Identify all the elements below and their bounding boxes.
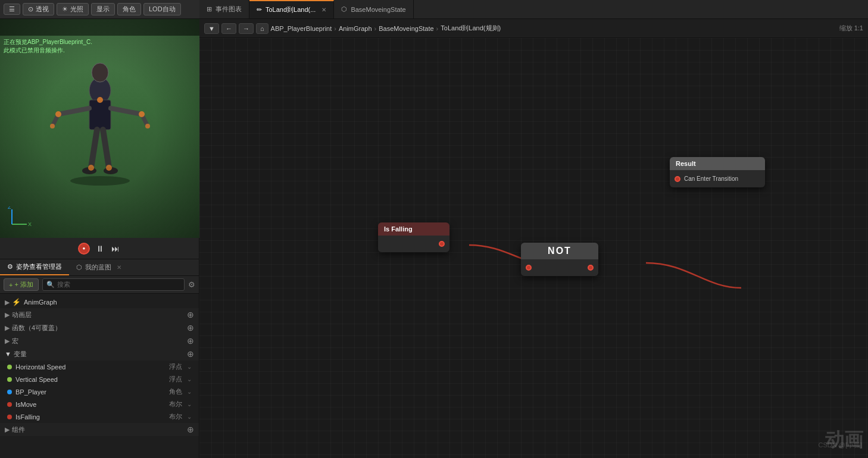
var-ismove[interactable]: IsMove 布尔 ⌄ [0,398,199,410]
add-component[interactable]: ⊕ [187,425,194,434]
breadcrumb-options[interactable]: ▼ [204,23,219,34]
node-result-header: Result [670,157,765,170]
character-preview [46,43,154,192]
node-isfalling-body [378,236,449,252]
node-not[interactable]: NOT [521,243,598,276]
svg-point-15 [88,165,94,171]
result-input-pin[interactable] [675,176,680,182]
left-panel: 正在预览ABP_PlayerBlueprint_C. 此模式已禁用音频操作. X… [0,19,199,458]
add-macro[interactable]: ⊕ [187,336,194,346]
breadcrumb-sep-1: › [334,25,336,32]
top-toolbar: ☰ ⊙ 透视 ☀ 光照 显示 角色 LOD自动 [0,0,199,19]
node-isfalling[interactable]: Is Falling [378,222,449,252]
tab-toland-close[interactable]: ✕ [321,7,326,13]
breadcrumb-zoom: 缩放 1:1 [839,24,863,33]
svg-line-7 [91,130,97,168]
menu-icon: ☰ [9,5,15,13]
breadcrumb-sep-2: › [374,25,377,32]
search-icon: 🔍 [46,281,55,288]
var-expand: ⌄ [187,401,192,407]
node-isfalling-header: Is Falling [378,222,449,236]
preview-top-bar [0,19,199,36]
step-btn[interactable]: ⏭ [110,243,121,255]
breadcrumb-item-1[interactable]: ABP_PlayerBlueprint [271,25,332,32]
section-variables[interactable]: ▼ 变量 ⊕ [0,347,199,360]
breadcrumb-item-4[interactable]: ToLand到Land(规则) [441,24,501,33]
my-blueprint-tab[interactable]: ⬡ 我的蓝图 ✕ [69,260,129,275]
add-function[interactable]: ⊕ [187,323,194,332]
breadcrumb-back[interactable]: ← [221,23,236,34]
my-blueprint-close[interactable]: ✕ [117,264,121,271]
menu-btn[interactable]: ☰ [4,4,20,15]
tree-animgraph[interactable]: ▶ ⚡ AnimGraph [0,296,199,308]
result-pin-row: Can Enter Transition [670,173,765,184]
pause-btn[interactable]: ⏸ [95,243,105,255]
svg-line-4 [111,108,142,114]
main-canvas[interactable]: Is Falling NOT Result Can Enter Transit [199,38,868,458]
var-dot-ismove [7,402,12,407]
svg-point-16 [106,165,112,171]
lighting-icon: ☀ [62,5,68,13]
add-icon: + [9,281,13,288]
event-map-tab[interactable]: ⊞ 事件图表 [199,0,249,18]
isfalling-output-pin[interactable] [439,241,445,247]
node-result[interactable]: Result Can Enter Transition [670,157,765,187]
tree-area: ▶ ⚡ AnimGraph ▶ 动画层 ⊕ ▶ 函数（4可覆盖） ⊕ ▶ 宏 ⊕ [0,294,199,458]
lower-panel: ⚙ 姿势查看管理器 ⬡ 我的蓝图 ✕ + + 添加 🔍 搜索 ⚙ ▶ [0,259,199,458]
section-functions[interactable]: ▶ 函数（4可覆盖） ⊕ [0,321,199,334]
var-bp-player[interactable]: BP_Player 角色 ⌄ [0,385,199,398]
breadcrumb-item-3[interactable]: BaseMoveingState [379,25,433,32]
svg-point-14 [145,124,150,128]
tab-bar: ⊞ 事件图表 ✏ ToLand到Land(... ✕ ⬡ BaseMoveing… [199,0,868,19]
var-vertical-speed[interactable]: Vertical Speed 浮点 ⌄ [0,373,199,385]
var-expand: ⌄ [187,388,192,395]
not-input-pin[interactable] [526,265,532,271]
svg-line-8 [103,130,109,168]
add-button[interactable]: + + 添加 [4,278,39,291]
breadcrumb-bar: ▼ ← → ⌂ ABP_PlayerBlueprint › AnimGraph … [199,19,868,38]
svg-rect-2 [89,100,111,130]
svg-point-12 [139,111,145,117]
panel-tabs: ⚙ 姿势查看管理器 ⬡ 我的蓝图 ✕ [0,259,199,276]
node-not-header: NOT [521,243,598,259]
svg-point-17 [97,97,103,103]
breadcrumb-forward[interactable]: → [239,23,254,34]
record-btn[interactable]: ● [78,243,90,255]
animgraph-icon: ⚡ [12,298,21,306]
section-components[interactable]: ▶ 组件 ⊕ [0,423,199,436]
tab-basemoving[interactable]: ⬡ BaseMoveingState [334,0,413,18]
tab-toland-icon: ✏ [257,6,262,14]
var-expand: ⌄ [187,363,192,370]
add-variable[interactable]: ⊕ [187,349,194,359]
not-output-pin[interactable] [588,265,594,271]
svg-line-3 [58,108,89,114]
breadcrumb-sep-3: › [436,25,439,32]
preview-label: 正在预览ABP_PlayerBlueprint_C. 此模式已禁用音频操作. [4,38,92,55]
section-animation-layer[interactable]: ▶ 动画层 ⊕ [0,308,199,321]
perspective-btn[interactable]: ⊙ 透视 [23,3,54,15]
tab-toland[interactable]: ✏ ToLand到Land(... ✕ [249,0,334,18]
section-macros[interactable]: ▶ 宏 ⊕ [0,334,199,347]
add-animation-layer[interactable]: ⊕ [187,310,194,319]
node-result-body: Can Enter Transition [670,170,765,187]
pose-icon: ⚙ [7,263,13,271]
var-horizontal-speed[interactable]: Horizontal Speed 浮点 ⌄ [0,360,199,373]
breadcrumb-home[interactable]: ⌂ [256,23,268,34]
var-dot-hspeed [7,365,12,369]
settings-btn[interactable]: ⚙ [188,280,195,289]
display-btn[interactable]: 显示 [91,3,115,15]
svg-point-13 [50,124,55,128]
lighting-btn[interactable]: ☀ 光照 [57,3,89,15]
lod-btn[interactable]: LOD自动 [143,3,181,15]
character-btn[interactable]: 角色 [117,3,141,15]
var-dot-bpplayer [7,390,12,394]
tab-basemoving-icon: ⬡ [341,5,347,13]
event-map-icon: ⊞ [207,5,212,13]
var-isfalling[interactable]: IsFalling 布尔 ⌄ [0,410,199,423]
breadcrumb-item-2[interactable]: AnimGraph [339,25,372,32]
panel-toolbar: + + 添加 🔍 搜索 ⚙ [0,276,199,294]
blueprint-icon: ⬡ [76,263,82,271]
svg-text:X: X [28,221,32,227]
svg-text:Z: Z [8,206,11,210]
pose-manager-tab[interactable]: ⚙ 姿势查看管理器 [0,259,69,275]
